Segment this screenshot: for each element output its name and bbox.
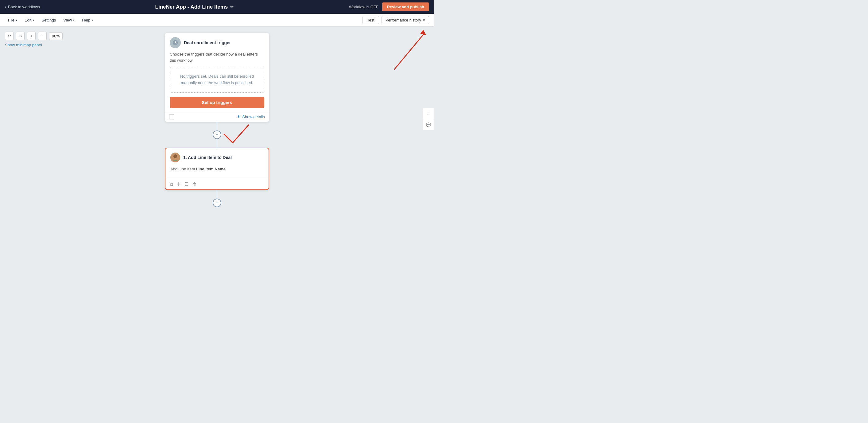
performance-history-button[interactable]: Performance history ▾ <box>381 16 429 24</box>
trigger-empty-state: No triggers set. Deals can still be enro… <box>170 67 264 93</box>
view-label: View <box>63 18 72 22</box>
edit-caret-icon: ▾ <box>33 19 34 22</box>
action-body-bold: Line Item Name <box>196 167 226 171</box>
back-to-workflows[interactable]: ‹ Back to workflows <box>5 5 40 9</box>
help-caret-icon: ▾ <box>91 19 93 22</box>
help-menu[interactable]: Help ▾ <box>79 16 96 24</box>
view-caret-icon: ▾ <box>73 19 74 22</box>
trigger-icon <box>170 37 181 48</box>
copy-icon[interactable]: ⧉ <box>170 181 173 187</box>
trigger-header: Deal enrollment trigger <box>165 33 269 51</box>
connector-line-2 <box>217 139 217 148</box>
workflow-nodes: Deal enrollment trigger Choose the trigg… <box>165 33 269 207</box>
edit-menu[interactable]: Edit ▾ <box>22 16 37 24</box>
file-menu[interactable]: File ▾ <box>5 16 20 24</box>
menubar: File ▾ Edit ▾ Settings View ▾ Help ▾ Tes… <box>0 14 434 27</box>
action-avatar <box>170 153 180 162</box>
zoom-out-button[interactable]: − <box>38 32 46 40</box>
topbar-right: Workflow is OFF Review and publish <box>349 2 429 11</box>
arrow-annotation <box>354 27 434 76</box>
view-menu[interactable]: View ▾ <box>60 16 78 24</box>
duplicate-icon[interactable]: ☐ <box>184 181 188 187</box>
delete-icon[interactable]: 🗑 <box>192 181 197 187</box>
test-button[interactable]: Test <box>363 16 379 24</box>
canvas-toolbar: ↩ ↪ + − 90% <box>5 32 63 40</box>
show-details-button[interactable]: 👁 Show details <box>237 115 265 119</box>
file-caret-icon: ▾ <box>16 19 17 22</box>
workflow-title-area: LineNer App - Add Line Items ✏ <box>155 4 234 10</box>
edit-title-icon[interactable]: ✏ <box>230 5 234 9</box>
edit-label: Edit <box>25 18 31 22</box>
trigger-footer: 👁 Show details <box>165 112 269 122</box>
topbar: ‹ Back to workflows LineNer App - Add Li… <box>0 0 434 14</box>
review-publish-button[interactable]: Review and publish <box>382 2 429 11</box>
menubar-right: Test Performance history ▾ <box>363 16 429 24</box>
settings-label: Settings <box>41 18 56 22</box>
svg-line-3 <box>394 33 425 70</box>
help-label: Help <box>82 18 90 22</box>
show-details-label: Show details <box>242 115 265 119</box>
zoom-level: 90% <box>49 32 63 40</box>
trigger-description: Choose the triggers that decide how a de… <box>165 51 269 67</box>
menu-items: File ▾ Edit ▾ Settings View ▾ Help ▾ <box>5 16 96 24</box>
svg-marker-4 <box>420 30 426 35</box>
undo-button[interactable]: ↩ <box>5 32 13 40</box>
settings-menu[interactable]: Settings <box>38 16 59 24</box>
chat-icon-button[interactable]: 💬 <box>423 119 434 130</box>
redo-button[interactable]: ↪ <box>16 32 25 40</box>
grid-icon-button[interactable]: ⠿ <box>423 108 434 119</box>
trigger-checkbox[interactable] <box>169 115 174 119</box>
connector-line-1 <box>217 122 217 130</box>
workflow-title: LineNer App - Add Line Items <box>155 4 228 10</box>
back-label: Back to workflows <box>8 5 40 9</box>
right-panel-icons: ⠿ 💬 <box>423 108 434 130</box>
file-label: File <box>8 18 14 22</box>
perf-history-label: Performance history <box>385 18 421 22</box>
action-card[interactable]: 1. Add Line Item to Deal Add Line Item L… <box>165 148 269 190</box>
trigger-card: Deal enrollment trigger Choose the trigg… <box>165 33 269 122</box>
action-card-inner: 1. Add Line Item to Deal Add Line Item L… <box>165 148 269 179</box>
action-body: Add Line Item Line Item Name <box>170 165 264 176</box>
add-step-button-1[interactable]: + <box>213 130 221 139</box>
setup-triggers-button[interactable]: Set up triggers <box>170 97 264 108</box>
svg-point-2 <box>174 154 177 158</box>
workflow-canvas: ↩ ↪ + − 90% Show minimap panel Deal enro… <box>0 27 434 212</box>
action-title: 1. Add Line Item to Deal <box>183 155 232 160</box>
back-chevron-icon: ‹ <box>5 5 6 9</box>
minimap-toggle[interactable]: Show minimap panel <box>5 43 42 47</box>
workflow-status: Workflow is OFF <box>349 5 378 9</box>
perf-caret-icon: ▾ <box>423 18 425 22</box>
action-footer: ⧉ ✛ ☐ 🗑 <box>165 179 269 189</box>
trigger-title: Deal enrollment trigger <box>184 40 231 45</box>
action-body-prefix: Add Line Item <box>170 167 195 171</box>
connector-line-3 <box>217 190 217 199</box>
zoom-in-button[interactable]: + <box>27 32 36 40</box>
eye-icon: 👁 <box>237 115 241 119</box>
add-step-button-2[interactable]: + <box>213 199 221 207</box>
drag-icon[interactable]: ✛ <box>177 181 181 187</box>
action-header: 1. Add Line Item to Deal <box>170 153 264 162</box>
